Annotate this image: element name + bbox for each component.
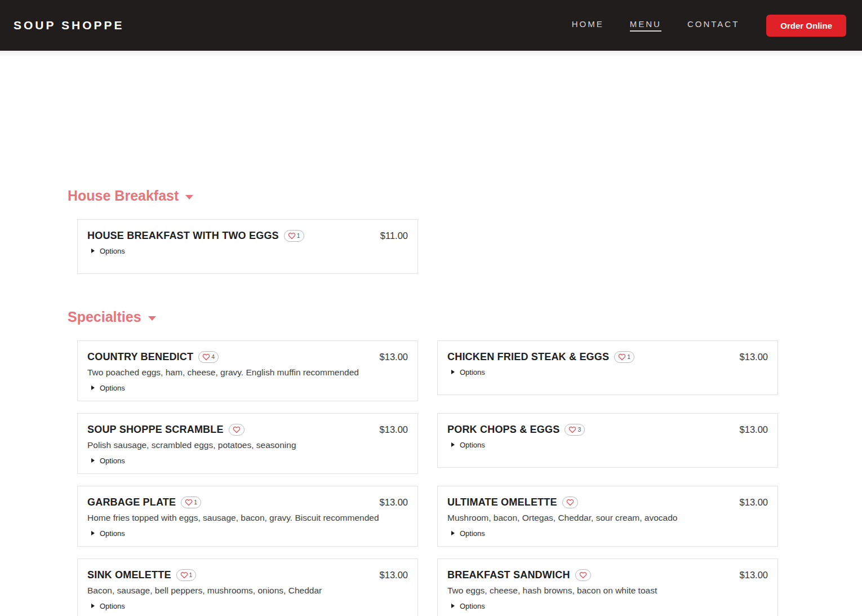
heart-icon: [185, 499, 193, 506]
header-shadow-divider: [0, 51, 862, 56]
menu-item-header: SINK OMELETTE 1 $13.00: [87, 568, 408, 582]
heart-icon: [202, 353, 210, 361]
order-online-button[interactable]: Order Online: [766, 15, 846, 37]
menu-item-header: COUNTRY BENEDICT 4 $13.00: [87, 350, 408, 364]
menu-item-card: BREAKFAST SANDWICH $13.00 Two eggs, chee…: [437, 559, 778, 616]
options-label: Options: [100, 247, 125, 255]
menu-item-price: $13.00: [740, 350, 768, 364]
options-toggle[interactable]: Options: [447, 440, 485, 450]
menu-item-title-wrap: PORK CHOPS & EGGS 3: [447, 423, 585, 436]
menu-item-price: $11.00: [380, 229, 408, 242]
likes-badge[interactable]: [562, 497, 578, 508]
menu-item-name: BREAKFAST SANDWICH: [447, 568, 570, 582]
heart-icon: [579, 571, 587, 579]
menu-item-price: $13.00: [380, 495, 408, 509]
menu-item-description: Two eggs, cheese, hash browns, bacon on …: [447, 584, 768, 597]
likes-badge[interactable]: [229, 424, 245, 436]
menu-item-name: SOUP SHOPPE SCRAMBLE: [87, 423, 224, 436]
section-heading-label: House Breakfast: [68, 188, 179, 204]
menu-item-card: HOUSE BREAKFAST WITH TWO EGGS 1 $11.00 O…: [77, 219, 418, 274]
heart-icon: [180, 571, 188, 579]
options-label: Options: [100, 529, 125, 538]
menu-item-title-wrap: GARBAGE PLATE 1: [87, 495, 201, 509]
caret-down-icon: [148, 316, 156, 321]
menu-item-title-wrap: BREAKFAST SANDWICH: [447, 568, 591, 582]
menu-item-header: CHICKEN FRIED STEAK & EGGS 1 $13.00: [447, 350, 768, 364]
likes-badge[interactable]: 3: [565, 424, 585, 436]
menu-item-card: SINK OMELETTE 1 $13.00 Bacon, sausage, b…: [77, 559, 418, 616]
heart-icon: [288, 232, 296, 240]
menu-item-name: HOUSE BREAKFAST WITH TWO EGGS: [87, 229, 279, 242]
menu-item-header: BREAKFAST SANDWICH $13.00: [447, 568, 768, 582]
menu-item-card: CHICKEN FRIED STEAK & EGGS 1 $13.00 Opti…: [437, 340, 778, 395]
likes-count: 1: [297, 232, 300, 239]
likes-badge[interactable]: 4: [198, 351, 219, 363]
options-toggle[interactable]: Options: [87, 528, 125, 538]
menu-item-title-wrap: ULTIMATE OMELETTE: [447, 495, 578, 509]
heart-icon: [566, 499, 574, 506]
options-label: Options: [100, 457, 125, 465]
caret-right-icon: [451, 531, 455, 535]
likes-badge[interactable]: 1: [614, 351, 634, 363]
nav-item-contact[interactable]: CONTACT: [687, 19, 739, 32]
options-toggle[interactable]: Options: [447, 528, 485, 538]
menu-item-title-wrap: HOUSE BREAKFAST WITH TWO EGGS 1: [87, 229, 304, 242]
menu-main: House Breakfast HOUSE BREAKFAST WITH TWO…: [68, 56, 778, 616]
menu-item-header: PORK CHOPS & EGGS 3 $13.00: [447, 423, 768, 436]
brand-logo[interactable]: SOUP SHOPPE: [14, 19, 125, 32]
menu-item-description: Bacon, sausage, bell peppers, mushrooms,…: [87, 584, 408, 597]
options-toggle[interactable]: Options: [87, 601, 125, 611]
options-label: Options: [460, 441, 485, 449]
section-heading[interactable]: House Breakfast: [68, 188, 778, 204]
nav-item-home[interactable]: HOME: [572, 19, 604, 32]
likes-count: 4: [211, 353, 215, 360]
items-grid: HOUSE BREAKFAST WITH TWO EGGS 1 $11.00 O…: [68, 219, 778, 274]
likes-badge[interactable]: 1: [284, 230, 304, 242]
menu-item-header: GARBAGE PLATE 1 $13.00: [87, 495, 408, 509]
nav-item-menu[interactable]: MENU: [630, 19, 661, 32]
likes-badge[interactable]: 1: [181, 497, 201, 508]
main-nav: HOMEMENUCONTACT: [572, 19, 740, 32]
caret-right-icon: [451, 604, 455, 608]
options-toggle[interactable]: Options: [87, 455, 125, 466]
menu-item-price: $13.00: [380, 350, 408, 364]
likes-badge[interactable]: 1: [176, 569, 197, 581]
options-label: Options: [100, 384, 125, 392]
caret-right-icon: [451, 370, 455, 374]
menu-item-name: COUNTRY BENEDICT: [87, 350, 193, 364]
menu-item-title-wrap: SINK OMELETTE 1: [87, 568, 196, 582]
menu-item-description: Two poached eggs, ham, cheese, gravy. En…: [87, 366, 408, 379]
likes-count: 1: [194, 499, 197, 506]
menu-item-title-wrap: CHICKEN FRIED STEAK & EGGS 1: [447, 350, 634, 364]
likes-count: 1: [189, 571, 193, 578]
section-heading[interactable]: Specialties: [68, 309, 778, 325]
menu-item-price: $13.00: [740, 495, 768, 509]
options-label: Options: [460, 368, 485, 376]
likes-badge[interactable]: [575, 569, 591, 581]
options-toggle[interactable]: Options: [447, 367, 485, 377]
menu-item-title-wrap: SOUP SHOPPE SCRAMBLE: [87, 423, 245, 436]
options-toggle[interactable]: Options: [87, 383, 125, 393]
menu-item-price: $13.00: [380, 568, 408, 582]
likes-count: 3: [577, 426, 581, 433]
caret-right-icon: [91, 458, 95, 463]
menu-item-card: GARBAGE PLATE 1 $13.00 Home fries topped…: [77, 486, 418, 547]
items-grid: COUNTRY BENEDICT 4 $13.00 Two poached eg…: [68, 340, 778, 616]
menu-item-name: SINK OMELETTE: [87, 568, 171, 582]
options-toggle[interactable]: Options: [447, 601, 485, 611]
options-toggle[interactable]: Options: [87, 246, 125, 256]
caret-right-icon: [91, 604, 95, 608]
menu-item-description: Home fries topped with eggs, sausage, ba…: [87, 511, 408, 525]
menu-item-card: ULTIMATE OMELETTE $13.00 Mushroom, bacon…: [437, 486, 778, 547]
site-header: SOUP SHOPPE HOMEMENUCONTACT Order Online: [0, 0, 862, 51]
caret-down-icon: [185, 195, 193, 200]
caret-right-icon: [91, 385, 95, 390]
menu-item-price: $13.00: [380, 423, 408, 436]
menu-section: Specialties COUNTRY BENEDICT 4 $13.00 Tw…: [68, 309, 778, 616]
menu-item-card: PORK CHOPS & EGGS 3 $13.00 Options: [437, 413, 778, 468]
menu-item-price: $13.00: [740, 423, 768, 436]
menu-section: House Breakfast HOUSE BREAKFAST WITH TWO…: [68, 188, 778, 274]
caret-right-icon: [451, 442, 455, 447]
menu-item-description: Polish sausage, scrambled eggs, potatoes…: [87, 438, 408, 452]
menu-item-price: $13.00: [740, 568, 768, 582]
